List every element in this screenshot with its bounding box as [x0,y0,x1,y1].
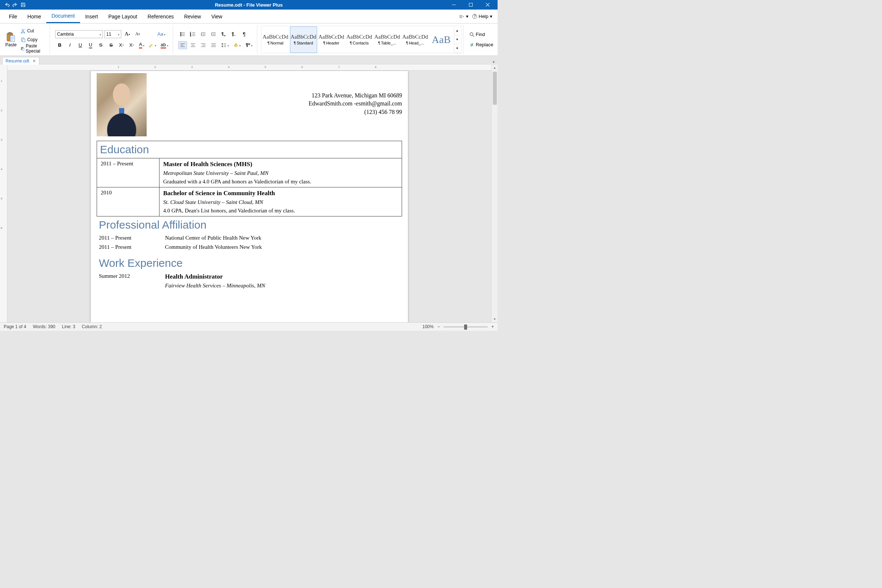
menu-home[interactable]: Home [22,9,46,23]
style-head[interactable]: AaBbCcDd¶Head_... [402,27,429,53]
shading-button[interactable] [232,41,242,49]
show-marks-button[interactable]: ¶ [240,30,249,38]
svg-point-13 [180,35,181,36]
increase-indent-button[interactable] [209,30,218,38]
style-contacts[interactable]: AaBbCcDd¶Contacts [346,27,373,53]
underline-button[interactable]: U [76,41,84,49]
zoom-out-button[interactable]: − [437,324,440,329]
styles-expand[interactable]: ▼ [454,44,460,53]
double-underline-button[interactable]: U [86,41,95,49]
italic-button[interactable]: I [65,41,74,49]
find-button[interactable]: Find [469,30,494,39]
font-size-select[interactable]: 11 [104,30,121,38]
document-page[interactable]: 123 Park Avenue, Michigan MI 60689 Edwar… [90,70,408,322]
font-color-button[interactable]: A [138,41,146,49]
grow-font-button[interactable]: A▴ [123,30,132,38]
align-right-button[interactable] [199,41,208,49]
maximize-button[interactable] [462,0,479,9]
status-page[interactable]: Page 1 of 4 [4,324,26,329]
edu-degree: Bachelor of Science in Community Health [163,190,398,197]
style-table[interactable]: AaBbCcDd¶Table_... [374,27,401,53]
redo-button[interactable] [12,2,18,8]
affiliation-row: 2011 – PresentNational Center of Public … [97,233,402,243]
svg-point-20 [248,44,250,45]
svg-text:¶: ¶ [222,32,224,35]
shrink-font-button[interactable]: A▾ [133,30,142,38]
style-standard[interactable]: AaBbCcDd¶Standard [290,27,317,53]
scroll-thumb[interactable] [493,72,497,105]
align-justify-button[interactable] [209,41,218,49]
help-button[interactable]: ?Help▾ [472,14,492,19]
menu-review[interactable]: Review [179,9,206,23]
ltr-button[interactable]: ¶ [219,30,228,38]
menu-references[interactable]: References [142,9,179,23]
menu-insert[interactable]: Insert [80,9,103,23]
titlebar: Resume.odt - File Viewer Plus [0,0,498,9]
align-left-button[interactable] [178,41,187,49]
close-button[interactable] [479,0,496,9]
statusbar: Page 1 of 4 Words: 390 Line: 3 Column: 2… [0,322,498,331]
scroll-down-button[interactable]: ▼ [492,316,498,322]
superscript-button[interactable]: X2 [117,41,126,49]
tabbar-expand[interactable]: ▼ [492,60,498,64]
paste-button[interactable]: Paste [5,25,17,54]
contact-email: EdwardSmith.com -esmith@gmail.com [309,100,402,108]
show-nonprinting-button[interactable]: ¶ [244,41,254,49]
paste-special-label: Paste Special [26,44,45,54]
work-row: Summer 2012 Health Administrator Fairvie… [97,272,402,292]
copy-button[interactable]: Copy [19,36,46,44]
ribbon-options-button[interactable]: ▾ [459,14,469,19]
menu-view[interactable]: View [206,9,228,23]
status-words[interactable]: Words: 390 [33,324,55,329]
menu-file[interactable]: File [4,9,22,23]
zoom-level[interactable]: 100% [422,324,434,329]
menu-page-layout[interactable]: Page Layout [103,9,142,23]
paste-label: Paste [6,42,17,47]
change-case-label: Aa [157,31,163,37]
double-strikethrough-button[interactable]: S [106,41,116,49]
bullets-button[interactable] [178,30,187,38]
highlight-button[interactable] [147,41,158,49]
contact-address: 123 Park Avenue, Michigan MI 60689 [309,92,402,100]
styles-scroll-up[interactable]: ▲ [454,27,460,35]
ribbon: Paste Cut Copy Paste Special Cambria 11 … [0,24,498,56]
rtl-button[interactable]: ¶ [230,30,238,38]
bold-button[interactable]: B [55,41,64,49]
undo-button[interactable] [4,2,10,8]
svg-rect-10 [22,48,24,50]
copy-label: Copy [27,37,38,42]
text-highlight-button[interactable]: ab [159,41,170,49]
styles-scroll-down[interactable]: ▼ [454,35,460,44]
change-case-button[interactable]: Aa [156,30,167,38]
horizontal-ruler: 12345678 [8,64,491,70]
edu-dates: 2011 – Present [97,158,159,188]
menu-document[interactable]: Document [46,9,80,23]
education-row: 2010 Bachelor of Science in Community He… [97,188,402,216]
font-name-select[interactable]: Cambria [55,30,103,38]
decrease-indent-button[interactable] [199,30,208,38]
replace-button[interactable]: Replace [469,41,494,49]
zoom-in-button[interactable]: + [491,324,494,329]
scroll-up-button[interactable]: ▲ [492,64,498,71]
zoom-slider[interactable] [444,326,488,327]
line-spacing-button[interactable] [219,41,230,49]
cut-label: Cut [27,28,34,33]
close-tab-button[interactable]: ✕ [32,58,36,64]
numbering-button[interactable]: 123 [189,30,197,38]
paste-special-button[interactable]: Paste Special [19,45,46,52]
subscript-button[interactable]: X2 [127,41,136,49]
document-tab[interactable]: Resume.odt ✕ [2,57,39,64]
edu-school: St. Cloud State University – Saint Cloud… [163,199,398,206]
style-header[interactable]: AaBbCcDd¶Header [318,27,345,53]
help-label: Help [478,14,488,19]
education-table: Education 2011 – Present Master of Healt… [97,141,402,216]
style-title[interactable]: AaB [430,27,453,53]
cut-button[interactable]: Cut [19,27,46,35]
minimize-button[interactable] [446,0,462,9]
svg-point-12 [180,33,181,34]
save-button[interactable] [20,2,27,8]
strikethrough-button[interactable]: S [96,41,105,49]
style-normal[interactable]: AaBbCcDd¶Normal [262,27,289,53]
align-center-button[interactable] [189,41,197,49]
vertical-scrollbar[interactable]: ▲ ▼ [491,64,498,322]
